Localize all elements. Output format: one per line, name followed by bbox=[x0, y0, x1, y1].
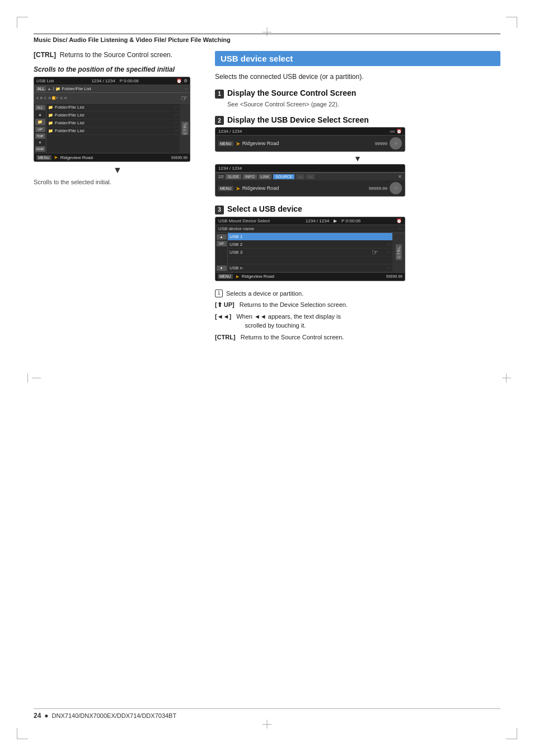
note-1-num: 1 bbox=[215, 290, 223, 297]
crosshair-left-v bbox=[27, 374, 28, 382]
row-dots-4: ··· bbox=[175, 129, 178, 133]
list-items-area: 📁 Folder/File List ··· 📁 Folder/File Lis… bbox=[46, 104, 180, 153]
row-dots-2: ··· bbox=[175, 113, 178, 117]
note-3-key: [◄◄] bbox=[215, 312, 231, 321]
finger-icon-alpha: ☞ bbox=[181, 94, 188, 102]
ums-side-buttons: ▲ UP ▼ bbox=[216, 233, 228, 272]
usb-progress: P 0:00:06 bbox=[120, 78, 139, 83]
crosshair-right-v bbox=[506, 374, 507, 382]
alpha-d[interactable]: D bbox=[48, 96, 51, 100]
usb-list-title: USB List bbox=[36, 78, 54, 83]
crosshair-right-h bbox=[502, 378, 511, 379]
step2-s2-counter: 1234 / 1234 bbox=[218, 166, 242, 171]
page-header: Music Disc/ Audio File Listening & Video… bbox=[34, 34, 500, 43]
step-3-section: 3 Select a USB device USB Mount Device S… bbox=[215, 204, 500, 281]
all-side-btn[interactable]: ALL bbox=[35, 105, 45, 110]
ums-counter: 1234 / 1234 bbox=[306, 218, 329, 223]
info-btn[interactable]: INFO bbox=[243, 174, 257, 179]
alpha-c[interactable]: C bbox=[44, 96, 47, 100]
ums-progress-arrow: ▶ bbox=[334, 218, 337, 223]
ums-up-text-btn[interactable]: UP bbox=[217, 241, 227, 246]
ums-device-n-dots: ··· bbox=[387, 266, 391, 270]
top-side-btn[interactable]: TOP bbox=[35, 133, 45, 139]
track-num-left: 99999.99 bbox=[171, 156, 188, 160]
list-row-4[interactable]: 📁 Folder/File List ··· bbox=[46, 127, 180, 135]
all-btn[interactable]: ALL bbox=[36, 86, 46, 91]
alpha-g[interactable]: G bbox=[59, 96, 63, 100]
step-2-section: 2 Display the USB Device Select Screen 1… bbox=[215, 115, 500, 197]
step-2-header: 2 Display the USB Device Select Screen bbox=[215, 115, 500, 125]
ums-device-2[interactable]: USB 2 ··· bbox=[228, 241, 392, 249]
arrow-down-side: ▼ bbox=[38, 141, 42, 144]
selects-desc-text: Selects the connected USB device (or a p… bbox=[215, 73, 363, 81]
right-column: USB device select Selects the connected … bbox=[215, 51, 500, 344]
ums-dots-top: ··· bbox=[399, 227, 402, 231]
ums-device-1[interactable]: USB 1 ··· bbox=[228, 233, 392, 241]
num-icon: 2 bbox=[52, 87, 54, 91]
step-1-sub: See <Source Control Screen> (page 22). bbox=[215, 101, 500, 108]
ums-counters: 1234 / 1234 ▶ P 0:00:06 bbox=[306, 218, 360, 223]
step2-s2-road: Ridgeview Road bbox=[242, 185, 367, 191]
ums-device-label: USB device name bbox=[218, 226, 254, 231]
link-btn[interactable]: LINK bbox=[259, 174, 272, 179]
page-footer: 24 ● DNX7140/DNX7000EX/DDX714/DDX7034BT bbox=[34, 708, 500, 720]
finger-icon-usb3: ☞ bbox=[372, 248, 378, 256]
alpha-h[interactable]: H bbox=[64, 96, 67, 100]
bottom-bar-left: MENU ➤ Ridgeview Road 99999.99 bbox=[34, 153, 190, 161]
side-buttons: ALL ▲ 📁 UP TOP ▼ OUR bbox=[34, 104, 46, 153]
note-4-key: [CTRL] bbox=[215, 333, 236, 342]
step2-s1-menu[interactable]: MENU bbox=[218, 141, 233, 146]
list-row-3[interactable]: 📁 Folder/File List ··· bbox=[46, 119, 180, 127]
close-x[interactable]: ✕ bbox=[398, 174, 402, 179]
ums-list-items: USB 1 ··· USB 2 ··· USB 3 ··· ☞ bbox=[228, 233, 392, 272]
step-1-section: 1 Display the Source Control Screen See … bbox=[215, 88, 500, 108]
ums-up-btn[interactable]: ▲ bbox=[217, 234, 227, 240]
note-2: [⬆ UP] Returns to the Device Selection s… bbox=[215, 300, 500, 310]
folder-side-btn[interactable]: 📁 bbox=[35, 119, 45, 125]
step2-s1-counter: 1234 / 1234 bbox=[218, 129, 242, 134]
our-side-btn[interactable]: OUR bbox=[35, 146, 45, 152]
source-btn[interactable]: SOURCE bbox=[273, 174, 294, 179]
alpha-a[interactable]: A bbox=[36, 96, 39, 100]
ums-device-dots-row: · · · ··· bbox=[228, 256, 392, 264]
folder-row-icon-3: 📁 bbox=[48, 121, 54, 125]
selects-desc: Selects the connected USB device (or a p… bbox=[215, 72, 500, 82]
step-1-header: 1 Display the Source Control Screen bbox=[215, 88, 500, 99]
crop-mark-tl bbox=[17, 17, 28, 28]
crop-mark-tr bbox=[506, 17, 517, 28]
step-3-title: Select a USB device bbox=[227, 204, 302, 213]
step2-s1-clock: ⏰ bbox=[396, 129, 402, 134]
usb-top-icons: ⏰ ⚙ bbox=[176, 78, 188, 83]
list-row-1[interactable]: 📁 Folder/File List ··· bbox=[46, 104, 180, 111]
alpha-b[interactable]: B bbox=[40, 96, 43, 100]
ctrl-line: [CTRL] Returns to the Source Control scr… bbox=[34, 51, 202, 59]
ums-device-n[interactable]: USB n ··· bbox=[228, 264, 392, 272]
ums-device-dots-text: · · · ··· bbox=[229, 258, 241, 263]
step-1-num: 1 bbox=[215, 90, 224, 99]
step2-s1-track: 99999 bbox=[375, 141, 387, 146]
alpha-e-selected[interactable]: E bbox=[52, 96, 55, 100]
folder-row-text-4: Folder/File List bbox=[55, 128, 174, 133]
ums-device-3[interactable]: USB 3 ··· ☞ bbox=[228, 249, 392, 256]
up-side-btn[interactable]: UP bbox=[35, 127, 45, 132]
slide-btn[interactable]: SLIDE bbox=[226, 174, 241, 179]
step2-s2-menu[interactable]: MENU bbox=[218, 186, 233, 191]
step2-s1-content: MENU ➤ Ridgeview Road 99999 ☞ bbox=[216, 136, 405, 151]
menu-btn-left[interactable]: MENU bbox=[36, 155, 51, 160]
dots-top: ··· bbox=[185, 87, 188, 91]
note-4-text: Returns to the Source Control screen. bbox=[239, 333, 344, 342]
arrow-step2: ▼ bbox=[215, 154, 500, 163]
step2-s2-arrow: ➤ bbox=[236, 185, 240, 192]
list-row-2[interactable]: 📁 Folder/File List ··· bbox=[46, 111, 180, 119]
folder-row-text-1: Folder/File List bbox=[55, 105, 174, 110]
ctrl-badge-left: CTRL bbox=[180, 104, 190, 153]
step2-s2-content: MENU ➤ Ridgeview Road 99999.99 ☞ bbox=[216, 180, 405, 196]
ums-down-btn[interactable]: ▼ bbox=[217, 265, 227, 271]
notes-section: 1 Selects a device or partition. [⬆ UP] … bbox=[215, 289, 500, 342]
ums-menu-btn[interactable]: MENU bbox=[218, 274, 233, 279]
scrolls-heading-text: Scrolls to the position of the specified… bbox=[34, 66, 175, 73]
folder-row-icon-2: 📁 bbox=[48, 113, 54, 118]
ums-ctrl-badge: CTRL bbox=[396, 244, 402, 260]
alpha-f[interactable]: F bbox=[56, 96, 59, 100]
note-1-text: Selects a device or partition. bbox=[226, 289, 303, 298]
